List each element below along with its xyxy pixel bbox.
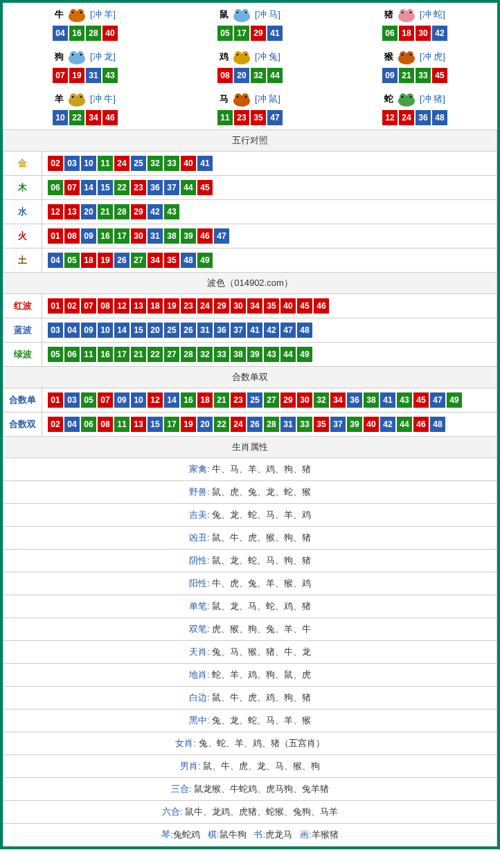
ball: 29 bbox=[251, 26, 266, 41]
ball: 04 bbox=[48, 253, 63, 268]
ball: 07 bbox=[64, 180, 80, 195]
ball: 47 bbox=[430, 392, 445, 408]
zodiac-balls: 11233547 bbox=[168, 110, 332, 125]
ball: 20 bbox=[81, 204, 96, 219]
attr-row: 单笔: 鼠、龙、马、蛇、鸡、猪 bbox=[3, 595, 497, 618]
ball: 07 bbox=[53, 68, 68, 83]
ball: 34 bbox=[330, 392, 346, 408]
svg-point-14 bbox=[410, 12, 412, 14]
ball: 43 bbox=[102, 68, 118, 83]
heshu-header: 合数单双 bbox=[3, 367, 497, 388]
attr-value: 鼠龙猴、牛蛇鸡、虎马狗、兔羊猪 bbox=[194, 784, 329, 794]
zodiac-balls: 09213345 bbox=[332, 68, 497, 83]
ball: 14 bbox=[114, 323, 130, 338]
zodiac-balls: 12243648 bbox=[332, 110, 497, 125]
ball: 02 bbox=[64, 298, 80, 314]
zodiac-cell-rat: 鼠[冲 马]05172941 bbox=[168, 3, 332, 45]
attr-label: 天肖: bbox=[189, 647, 210, 657]
ball: 05 bbox=[81, 392, 96, 408]
zodiac-cell-ox: 牛[冲 羊]04162840 bbox=[3, 3, 168, 45]
attr-row: 家禽: 牛、马、羊、鸡、狗、猪 bbox=[3, 458, 497, 481]
zodiac-clash: [冲 马] bbox=[255, 8, 280, 21]
ball: 27 bbox=[164, 347, 179, 362]
attr-cell: 天肖: 兔、马、猴、猪、牛、龙 bbox=[3, 641, 497, 664]
goat-icon bbox=[65, 90, 89, 108]
attr-value: 兔、马、猴、猪、牛、龙 bbox=[212, 647, 311, 657]
ball: 32 bbox=[314, 392, 329, 408]
ball: 20 bbox=[148, 323, 163, 338]
attr-row: 天肖: 兔、马、猴、猪、牛、龙 bbox=[3, 641, 497, 664]
ball: 24 bbox=[197, 298, 213, 314]
attr-row: 男肖: 鼠、牛、虎、龙、马、猴、狗 bbox=[3, 755, 497, 778]
ball: 36 bbox=[347, 392, 362, 408]
ball: 17 bbox=[114, 228, 130, 244]
ball: 06 bbox=[48, 180, 63, 195]
ball: 33 bbox=[297, 417, 312, 432]
table-row: 木06071415222336374445 bbox=[3, 176, 497, 200]
attr-label: 家禽: bbox=[189, 464, 210, 474]
attr-value: 兔、蛇、羊、鸡、猪（五宫肖） bbox=[199, 738, 325, 748]
zodiac-balls: 07193143 bbox=[3, 68, 168, 83]
attr-value: 牛、马、羊、鸡、狗、猪 bbox=[212, 464, 311, 474]
ball: 06 bbox=[64, 347, 80, 362]
attr-cell: 男肖: 鼠、牛、虎、龙、马、猴、狗 bbox=[3, 755, 497, 778]
ball: 39 bbox=[247, 347, 262, 362]
ball: 40 bbox=[102, 26, 118, 41]
ball: 43 bbox=[264, 347, 279, 362]
row-label: 火 bbox=[3, 224, 42, 248]
ball: 12 bbox=[148, 392, 163, 408]
ball: 32 bbox=[148, 156, 163, 171]
attrs-header: 生肖属性 bbox=[3, 437, 497, 458]
ball: 02 bbox=[48, 417, 63, 432]
ball: 41 bbox=[247, 323, 262, 338]
zodiac-cell-snake: 蛇[冲 猪]12243648 bbox=[332, 87, 497, 129]
ball: 23 bbox=[234, 110, 249, 125]
zodiac-balls: 05172941 bbox=[168, 26, 332, 41]
zodiac-name: 马 bbox=[220, 93, 229, 105]
bose-header: 波色（014902.com） bbox=[3, 273, 497, 294]
row-balls: 05061116172122272832333839434449 bbox=[42, 343, 497, 367]
horse-icon bbox=[230, 90, 253, 108]
ball: 46 bbox=[102, 110, 118, 125]
ball: 26 bbox=[114, 253, 130, 268]
ball: 38 bbox=[364, 392, 379, 408]
ball: 45 bbox=[413, 392, 429, 408]
attr-label: 双笔: bbox=[189, 624, 210, 634]
ball: 08 bbox=[217, 68, 233, 83]
attr-cell: 地肖: 蛇、羊、鸡、狗、鼠、虎 bbox=[3, 664, 497, 687]
ball: 12 bbox=[382, 110, 398, 125]
table-row: 土04051819262734354849 bbox=[3, 248, 497, 273]
ball: 09 bbox=[81, 323, 96, 338]
ball: 49 bbox=[447, 392, 462, 408]
attr-label: 白边: bbox=[189, 692, 210, 703]
attr-row: 阳性: 牛、虎、兔、羊、猴、鸡 bbox=[3, 572, 497, 595]
svg-point-39 bbox=[245, 96, 247, 98]
ball: 22 bbox=[114, 180, 130, 195]
ball: 28 bbox=[264, 417, 279, 432]
ball: 18 bbox=[399, 26, 414, 41]
attr-value: 羊猴猪 bbox=[312, 829, 339, 840]
ball: 13 bbox=[131, 298, 146, 314]
ball: 15 bbox=[131, 323, 146, 338]
ball: 34 bbox=[148, 253, 163, 268]
ball: 38 bbox=[231, 347, 246, 362]
row-balls: 0102070812131819232429303435404546 bbox=[42, 294, 497, 318]
ball: 26 bbox=[181, 323, 196, 338]
ball: 22 bbox=[69, 110, 84, 125]
ball: 07 bbox=[81, 298, 96, 314]
svg-point-38 bbox=[237, 96, 239, 98]
ball: 40 bbox=[280, 298, 296, 314]
ball: 44 bbox=[397, 417, 412, 432]
ball: 10 bbox=[81, 156, 96, 171]
ball: 15 bbox=[98, 180, 113, 195]
attr-row-qinqi: 琴:兔蛇鸡 棋:鼠牛狗 书:虎龙马 画:羊猴猪 bbox=[3, 824, 497, 847]
ball: 19 bbox=[181, 417, 196, 432]
rooster-icon bbox=[230, 48, 253, 66]
ball: 27 bbox=[131, 253, 146, 268]
attr-row: 黑中: 兔、龙、蛇、马、羊、猴 bbox=[3, 709, 497, 732]
ball: 35 bbox=[164, 253, 179, 268]
zodiac-cell-horse: 马[冲 鼠]11233547 bbox=[168, 87, 332, 129]
ball: 35 bbox=[264, 298, 279, 314]
ball: 11 bbox=[81, 347, 96, 362]
ball: 06 bbox=[382, 26, 398, 41]
